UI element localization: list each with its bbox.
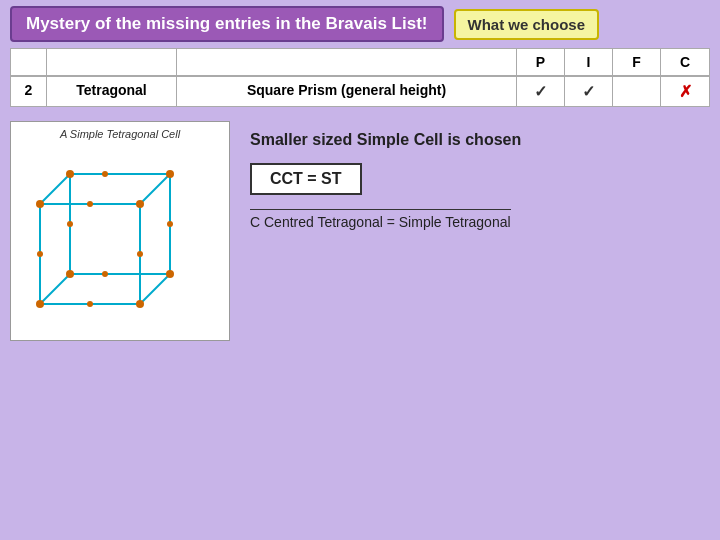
col-header-p: P [517, 49, 565, 75]
svg-point-14 [102, 171, 108, 177]
bravais-table: P I F C 2 Tetragonal Square Prism (gener… [10, 48, 710, 107]
svg-line-2 [40, 174, 70, 204]
col-header-desc [177, 49, 517, 75]
svg-point-21 [137, 251, 143, 257]
svg-point-9 [166, 270, 174, 278]
svg-line-3 [140, 174, 170, 204]
row-name: Tetragonal [47, 77, 177, 106]
row-number: 2 [11, 77, 47, 106]
row-f-value [613, 77, 661, 106]
col-header-name [47, 49, 177, 75]
svg-point-17 [87, 301, 93, 307]
svg-point-18 [67, 221, 73, 227]
row-description: Square Prism (general height) [177, 77, 517, 106]
svg-line-5 [40, 274, 70, 304]
col-header-i: I [565, 49, 613, 75]
col-header-f: F [613, 49, 661, 75]
diagram-title: A Simple Tetragonal Cell [60, 128, 180, 140]
centred-tetragonal-label: C Centred Tetragonal = Simple Tetragonal [250, 209, 511, 230]
what-we-choose-label: What we choose [454, 9, 600, 40]
right-content: Smaller sized Simple Cell is chosen CCT … [250, 121, 710, 230]
smaller-cell-text: Smaller sized Simple Cell is chosen [250, 131, 521, 149]
svg-point-13 [136, 300, 144, 308]
svg-point-8 [66, 270, 74, 278]
svg-point-10 [36, 200, 44, 208]
svg-point-19 [37, 251, 43, 257]
svg-point-20 [167, 221, 173, 227]
row-p-value: ✓ [517, 77, 565, 106]
header-bar: Mystery of the missing entries in the Br… [0, 0, 720, 48]
page-title: Mystery of the missing entries in the Br… [10, 6, 444, 42]
row-c-value: ✗ [661, 77, 709, 106]
cct-label: CCT = ST [250, 163, 362, 195]
svg-point-15 [102, 271, 108, 277]
col-header-c: C [661, 49, 709, 75]
svg-point-6 [66, 170, 74, 178]
row-i-value: ✓ [565, 77, 613, 106]
content-area: A Simple Tetragonal Cell [0, 121, 720, 341]
svg-point-16 [87, 201, 93, 207]
svg-point-7 [166, 170, 174, 178]
tetragonal-cell-diagram [20, 144, 220, 334]
svg-point-11 [136, 200, 144, 208]
col-header-num [11, 49, 47, 75]
diagram-box: A Simple Tetragonal Cell [10, 121, 230, 341]
table-header-row: P I F C [11, 49, 709, 76]
table-row: 2 Tetragonal Square Prism (general heigh… [11, 76, 709, 106]
svg-line-4 [140, 274, 170, 304]
svg-point-12 [36, 300, 44, 308]
